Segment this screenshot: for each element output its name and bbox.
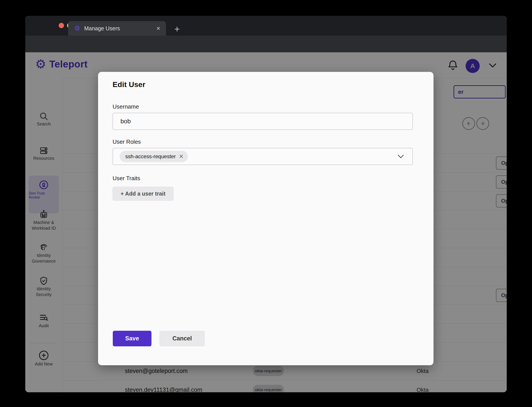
new-tab-button[interactable]: +	[174, 25, 180, 34]
roles-chevron-down-icon[interactable]	[397, 154, 405, 159]
user-roles-label: User Roles	[112, 138, 141, 145]
tab-title: Manage Users	[84, 25, 157, 32]
dialog-title: Edit User	[112, 80, 145, 89]
browser-toolbar: root.gravitational.io:3080/web/users ☆ I…	[25, 36, 507, 52]
add-user-trait-button[interactable]: + Add a user trait	[112, 187, 174, 201]
user-traits-label: User Traits	[112, 175, 140, 182]
teleport-favicon-gear-icon: ⚙	[74, 25, 80, 32]
username-label: Username	[112, 103, 139, 110]
tab-strip: ⚙ Manage Users × +	[25, 16, 507, 36]
browser-window: ⚙ Manage Users × + root.gravitational.io…	[25, 16, 507, 392]
browser-tab[interactable]: ⚙ Manage Users ×	[68, 21, 166, 36]
cancel-button[interactable]: Cancel	[159, 331, 205, 346]
save-button[interactable]: Save	[113, 331, 151, 346]
teleport-app: ⚙ Teleport A Search	[25, 52, 507, 392]
edit-user-dialog: Edit User Username bob User Roles ssh-ac…	[98, 72, 434, 365]
user-roles-select[interactable]: ssh-access-requester ✕	[112, 148, 413, 165]
username-value: bob	[120, 118, 131, 125]
role-chip[interactable]: ssh-access-requester ✕	[119, 151, 188, 162]
traffic-light-close[interactable]	[59, 23, 64, 28]
remove-role-icon[interactable]: ✕	[179, 153, 183, 160]
username-field[interactable]: bob	[112, 113, 413, 130]
role-chip-label: ssh-access-requester	[125, 153, 176, 160]
close-tab-icon[interactable]: ×	[156, 25, 160, 32]
